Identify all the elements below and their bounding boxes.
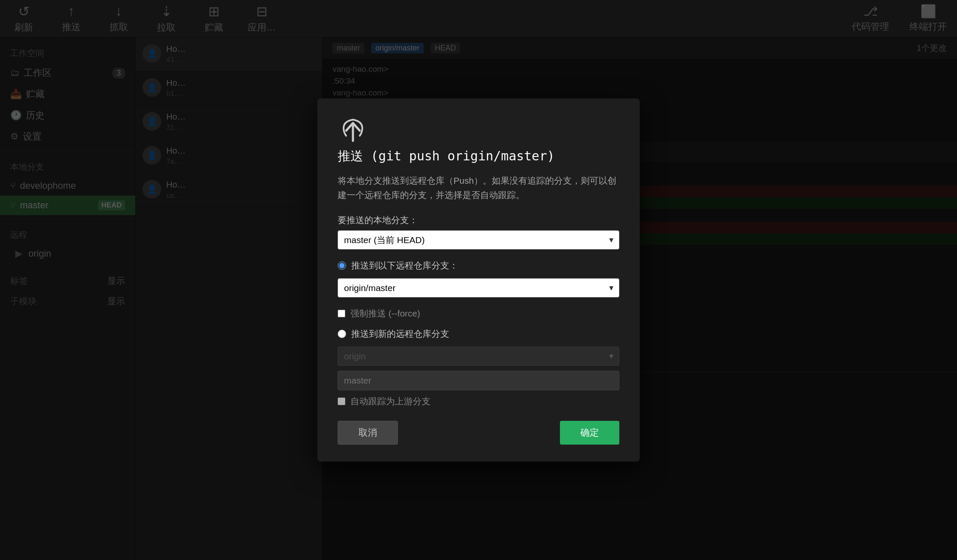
modal-description: 将本地分支推送到远程仓库（Push）。如果没有追踪的分支，则可以创建一个远程仓库…: [338, 174, 619, 202]
radio-new-input[interactable]: [338, 330, 346, 338]
radio-push-label: 推送到以下远程仓库分支：: [351, 260, 458, 272]
remote-branch-select[interactable]: origin/master: [338, 278, 619, 297]
auto-track-label: 自动跟踪为上游分支: [350, 395, 431, 407]
new-remote-select: origin: [338, 347, 619, 366]
new-remote-label: 推送到新的远程仓库分支: [351, 328, 449, 340]
cancel-button[interactable]: 取消: [338, 421, 398, 445]
confirm-button[interactable]: 确定: [560, 421, 619, 445]
modal-title: 推送 (git push origin/master): [338, 148, 619, 165]
push-modal: 推送 (git push origin/master) 将本地分支推送到远程仓库…: [317, 98, 640, 461]
radio-push-new[interactable]: 推送到新的远程仓库分支: [338, 328, 619, 340]
push-modal-icon: [338, 115, 619, 148]
force-push-label: 强制推送 (--force): [350, 308, 420, 319]
modal-overlay: 推送 (git push origin/master) 将本地分支推送到远程仓库…: [0, 0, 957, 560]
remote-branch-select-wrapper[interactable]: origin/master: [338, 278, 619, 297]
modal-footer: 取消 确定: [338, 421, 619, 445]
auto-track-checkbox: [338, 398, 345, 405]
local-branch-select[interactable]: master (当前 HEAD) develophome: [338, 230, 619, 249]
radio-push-existing[interactable]: 推送到以下远程仓库分支：: [338, 260, 619, 272]
auto-track-option: 自动跟踪为上游分支: [338, 395, 619, 407]
force-push-checkbox[interactable]: [338, 310, 345, 317]
local-branch-label: 要推送的本地分支：: [338, 214, 619, 226]
force-push-option[interactable]: 强制推送 (--force): [338, 308, 619, 319]
radio-existing-input[interactable]: [338, 261, 346, 270]
local-branch-select-wrapper[interactable]: master (当前 HEAD) develophome: [338, 230, 619, 249]
new-remote-branch-input: [338, 371, 619, 390]
new-remote-select-wrapper: origin: [338, 347, 619, 366]
